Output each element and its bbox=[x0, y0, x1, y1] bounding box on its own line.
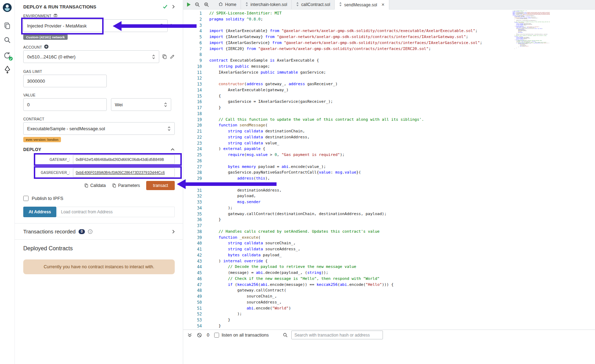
environment-value: Injected Provider - MetaMask bbox=[27, 23, 87, 29]
info-icon[interactable] bbox=[88, 229, 93, 234]
tab-home[interactable]: Home bbox=[214, 0, 241, 9]
gas-limit-input[interactable] bbox=[23, 75, 107, 87]
line-number: 5 bbox=[183, 34, 202, 40]
contract-select[interactable]: ExecutableSample - sendMessage.sol bbox=[23, 122, 175, 135]
environment-select[interactable]: Injected Provider - MetaMask bbox=[23, 19, 168, 32]
code-line[interactable]: 48 gateway.callContract( bbox=[183, 288, 595, 294]
code-line[interactable]: 39 function _execute( bbox=[183, 235, 595, 241]
code-line[interactable]: 45 (message) = abi.decode(payload_, (str… bbox=[183, 270, 595, 276]
code-line[interactable]: 34 ); bbox=[183, 205, 595, 211]
code-line[interactable]: 18 bbox=[183, 111, 595, 117]
parameters-button[interactable]: Parameters bbox=[112, 183, 140, 188]
line-number: 32 bbox=[183, 193, 202, 199]
code-line[interactable]: 40 string calldata sourceChain_, bbox=[183, 240, 595, 246]
line-number: 9 bbox=[183, 58, 202, 64]
zoom-in-icon[interactable] bbox=[204, 2, 209, 7]
minimap[interactable]: // SPDX-License-Identifier: MITpragma so… bbox=[513, 11, 550, 54]
edit-account-icon[interactable] bbox=[170, 54, 175, 59]
code-line[interactable]: 49 sourceChain_, bbox=[183, 294, 595, 300]
code-line[interactable]: 35 gateway.callContract(destinationChain… bbox=[183, 211, 595, 217]
code-line[interactable]: 22 string calldata destinationAddress, bbox=[183, 134, 595, 140]
code-line[interactable]: 42 bytes calldata payload_ bbox=[183, 252, 595, 258]
code-line[interactable]: 17 } bbox=[183, 105, 595, 111]
panel-pin-chevron-icon[interactable] bbox=[172, 5, 175, 9]
code-line[interactable]: 43 ) internal override { bbox=[183, 258, 595, 264]
code-line[interactable]: 15 { bbox=[183, 93, 595, 99]
code-line[interactable]: 28 gasService.payNativeGasForContractCal… bbox=[183, 170, 595, 176]
search-icon[interactable] bbox=[4, 37, 11, 44]
code-line[interactable]: 9contract ExecutableSample is AxelarExec… bbox=[183, 58, 595, 64]
file-explorer-icon[interactable] bbox=[4, 22, 11, 30]
deploy-run-icon[interactable] bbox=[4, 66, 11, 74]
code-line[interactable]: 32 payload, bbox=[183, 193, 595, 199]
line-number: 52 bbox=[183, 311, 202, 317]
tab-sendmessage[interactable]: sendMessage.sol ✕ bbox=[335, 0, 389, 10]
code-line[interactable]: 31 destinationAddress, bbox=[183, 188, 595, 194]
code-line[interactable]: 33 msg.sender bbox=[183, 199, 595, 205]
value-input[interactable] bbox=[23, 98, 107, 111]
code-line[interactable]: 23 string calldata value_ bbox=[183, 140, 595, 146]
close-tab-icon[interactable]: ✕ bbox=[382, 2, 385, 7]
code-line[interactable]: 27 bytes memory payload = abi.encode(val… bbox=[183, 164, 595, 170]
calldata-button[interactable]: Calldata bbox=[84, 183, 106, 188]
compile-ok-badge bbox=[9, 57, 13, 61]
environment-label: ENVIRONMENT bbox=[23, 14, 51, 18]
code-line[interactable]: 26 bbox=[183, 158, 595, 164]
code-line[interactable]: 30 destinationChain, bbox=[183, 182, 595, 188]
line-number: 16 bbox=[183, 99, 202, 105]
tab-interchain-token[interactable]: interchain-token.sol bbox=[241, 0, 292, 9]
line-number: 41 bbox=[183, 246, 202, 252]
tab-callcontract[interactable]: callContract.sol bbox=[292, 0, 335, 9]
code-line[interactable]: 29 address(this), bbox=[183, 176, 595, 182]
solidity-file-icon bbox=[245, 2, 248, 7]
transactions-recorded-section[interactable]: Transactions recorded 0 bbox=[15, 223, 183, 240]
value-unit-select[interactable]: Wei bbox=[111, 98, 171, 111]
code-line[interactable]: 10 string public message; bbox=[183, 64, 595, 70]
code-line[interactable]: 50 sourceAddress_, bbox=[183, 300, 595, 306]
code-line[interactable]: 21 string calldata destinationChain, bbox=[183, 128, 595, 134]
code-line[interactable]: 46 // Check if the new message is "Hello… bbox=[183, 276, 595, 282]
code-area[interactable]: 1// SPDX-License-Identifier: MIT2pragma … bbox=[183, 10, 595, 330]
code-line[interactable]: 13 constructor(address gateway_, address… bbox=[183, 81, 595, 87]
code-line[interactable]: 41 string calldata sourceAddress_, bbox=[183, 246, 595, 252]
code-line[interactable]: 20 function sendMessage( bbox=[183, 123, 595, 128]
solidity-compiler-icon[interactable] bbox=[3, 51, 11, 59]
code-line[interactable]: 37 bbox=[183, 223, 595, 229]
terminal-search-input[interactable] bbox=[291, 331, 383, 339]
clear-console-icon[interactable] bbox=[197, 333, 202, 338]
code-line[interactable]: 54 } bbox=[183, 323, 595, 329]
code-line[interactable]: 14 AxelarExecutable(gateway_) bbox=[183, 87, 595, 93]
code-line[interactable]: 36 } bbox=[183, 217, 595, 223]
code-line[interactable]: 19 // Call this function to update the v… bbox=[183, 117, 595, 123]
zoom-out-icon[interactable] bbox=[195, 2, 200, 7]
code-line[interactable]: 11 IAxelarGasService public immutable ga… bbox=[183, 70, 595, 76]
collapse-deploy-icon[interactable] bbox=[171, 148, 175, 151]
expand-terminal-icon[interactable] bbox=[187, 333, 192, 337]
line-number: 44 bbox=[183, 264, 202, 270]
copy-account-icon[interactable] bbox=[162, 54, 167, 59]
at-address-input[interactable] bbox=[57, 207, 175, 217]
gasreceiver-input[interactable] bbox=[73, 168, 175, 177]
code-line[interactable]: 44 // Decode the payload to retrieve the… bbox=[183, 264, 595, 270]
publish-ipfs-checkbox[interactable] bbox=[23, 196, 29, 201]
remix-logo[interactable] bbox=[2, 3, 12, 12]
code-line[interactable]: 51 abi.encode("World") bbox=[183, 306, 595, 312]
line-number: 6 bbox=[183, 40, 202, 46]
code-line[interactable]: 16 gasService = IAxelarGasService(gasRec… bbox=[183, 99, 595, 105]
code-line[interactable]: 53 } bbox=[183, 317, 595, 323]
code-line[interactable]: 47 if (keccak256(abi.encode(message)) ==… bbox=[183, 282, 595, 288]
code-line[interactable]: 25 require(msg.value > 0, "Gas payment i… bbox=[183, 152, 595, 158]
code-line[interactable]: 12 bbox=[183, 75, 595, 81]
at-address-button[interactable]: At Address bbox=[23, 207, 56, 217]
add-account-icon[interactable] bbox=[44, 44, 49, 50]
code-line[interactable]: 24 ) external payable { bbox=[183, 146, 595, 152]
run-script-icon[interactable] bbox=[187, 2, 191, 7]
expand-transactions-icon[interactable] bbox=[172, 230, 175, 234]
account-select[interactable]: 0x510...2416C (0 ether) bbox=[23, 50, 159, 63]
gateway-input[interactable] bbox=[73, 155, 175, 164]
environment-menu-icon[interactable]: ⋮ bbox=[168, 23, 175, 29]
transact-button[interactable]: transact bbox=[146, 181, 175, 190]
code-line[interactable]: 52 ); bbox=[183, 311, 595, 317]
code-line[interactable]: 38 // Handles calls created by setAndSen… bbox=[183, 229, 595, 235]
listen-all-checkbox[interactable] bbox=[214, 333, 219, 338]
